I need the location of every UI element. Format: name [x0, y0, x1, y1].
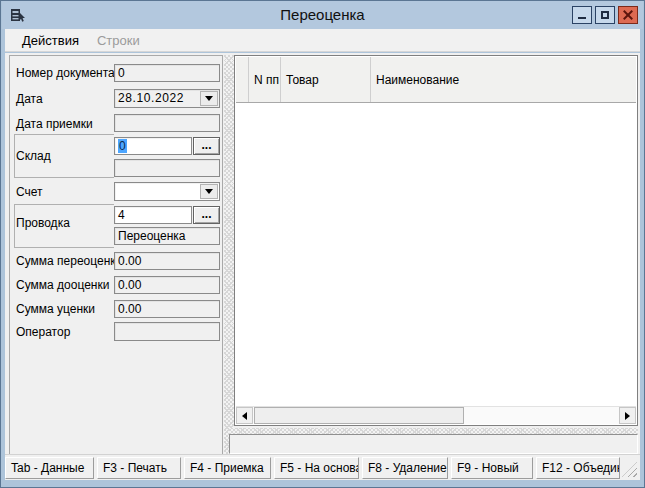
horizontal-scrollbar	[236, 406, 636, 424]
minimize-icon	[578, 17, 586, 19]
provodka-label: Проводка	[16, 216, 70, 230]
menu-actions[interactable]: Действия	[13, 30, 88, 51]
window-title: Переоценка	[2, 6, 643, 23]
statusbar-f3-pechat[interactable]: F3 - Печать	[97, 457, 181, 479]
grid-body[interactable]	[236, 103, 636, 406]
date-priemki-field	[114, 114, 220, 132]
statusbar-f5-na-osnova[interactable]: F5 - На основа	[274, 457, 359, 479]
scroll-left-button[interactable]	[236, 407, 253, 424]
chevron-down-icon	[205, 189, 213, 194]
statusbar-f9-novyi[interactable]: F9 - Новый	[451, 457, 533, 479]
grid-header-selector[interactable]	[236, 57, 249, 102]
resize-grip-icon[interactable]	[622, 462, 637, 477]
scrollbar-track[interactable]	[253, 407, 619, 424]
statusbar-f12-obedin[interactable]: F12 - Объедин	[536, 457, 620, 479]
maximize-icon	[601, 11, 609, 19]
provodka-browse-button[interactable]: ...	[193, 206, 220, 224]
items-grid: N пп Товар Наименование	[234, 55, 638, 426]
statusbar: Tab - Данные F3 - Печать F4 - Приемка F5…	[5, 454, 640, 480]
close-button[interactable]	[618, 6, 638, 24]
sklad-label: Склад	[16, 149, 51, 163]
provodka-name-field: Переоценка	[114, 227, 220, 245]
sklad-browse-button[interactable]: ...	[193, 137, 220, 155]
date-combobox[interactable]: 28.10.2022	[114, 89, 220, 108]
date-priemki-label: Дата приемки	[16, 117, 93, 131]
summa-doocenki-label: Сумма дооценки	[16, 278, 109, 292]
bottom-strip-panel	[229, 434, 638, 454]
statusbar-f8-udalenie[interactable]: F8 - Удаление	[362, 457, 448, 479]
date-value: 28.10.2022	[118, 91, 184, 105]
client-area: Номер документа 0 Дата 28.10.2022 Дата п…	[5, 53, 640, 454]
date-label: Дата	[16, 92, 43, 106]
sklad-selected-text: 0	[118, 139, 127, 153]
maximize-button[interactable]	[595, 6, 615, 24]
grid-header: N пп Товар Наименование	[236, 57, 636, 103]
doc-number-label: Номер документа	[16, 66, 115, 80]
titlebar[interactable]: Переоценка	[2, 1, 643, 29]
summa-doocenki-field: 0.00	[114, 276, 220, 294]
vertical-splitter[interactable]	[224, 55, 234, 455]
sklad-input[interactable]: 0	[114, 137, 192, 155]
summa-pereocenki-label: Сумма переоценки	[16, 254, 122, 268]
menu-rows[interactable]: Строки	[88, 30, 149, 51]
doc-number-field: 0	[114, 64, 220, 82]
grid-header-tovar[interactable]: Товар	[281, 57, 371, 102]
scrollbar-thumb[interactable]	[254, 407, 464, 424]
schet-combobox[interactable]	[114, 182, 220, 201]
schet-label: Счет	[16, 185, 43, 199]
grid-header-naimenovanie[interactable]: Наименование	[371, 57, 636, 102]
arrow-right-icon	[625, 412, 630, 420]
chevron-down-icon	[205, 96, 213, 101]
menubar: Действия Строки	[5, 29, 640, 52]
scroll-right-button[interactable]	[619, 407, 636, 424]
document-form-panel: Номер документа 0 Дата 28.10.2022 Дата п…	[9, 55, 223, 455]
arrow-left-icon	[242, 412, 247, 420]
operator-field	[114, 322, 220, 341]
date-dropdown-button[interactable]	[200, 91, 218, 106]
summa-ucenki-field: 0.00	[114, 300, 220, 318]
revaluation-window: Переоценка Действия Строки Номер докумен…	[0, 0, 645, 488]
window-controls	[572, 6, 638, 24]
grid-header-npp[interactable]: N пп	[249, 57, 281, 102]
summa-pereocenki-field: 0.00	[114, 252, 220, 270]
statusbar-tab-dannye[interactable]: Tab - Данные	[5, 457, 94, 479]
operator-label: Оператор	[16, 325, 70, 339]
statusbar-f4-priemka[interactable]: F4 - Приемка	[184, 457, 271, 479]
summa-ucenki-label: Сумма уценки	[16, 302, 95, 316]
schet-dropdown-button[interactable]	[200, 184, 218, 199]
minimize-button[interactable]	[572, 6, 592, 24]
provodka-input[interactable]: 4	[114, 206, 192, 224]
sklad-name-field	[114, 159, 220, 177]
